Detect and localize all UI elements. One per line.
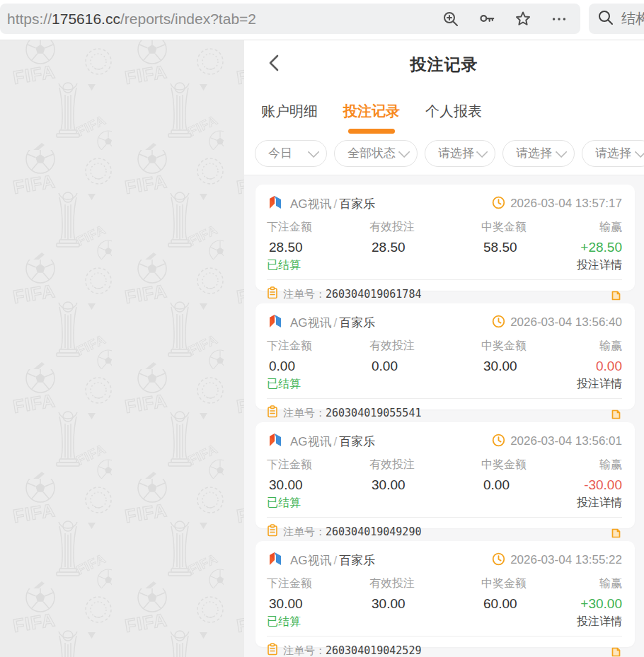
col-label-profit: 输赢: [580, 576, 622, 591]
provider-logo-icon: [267, 431, 284, 451]
filter-bar: 今日 全部状态 请选择 请选择 请选择: [244, 137, 644, 175]
bookmark-star-icon[interactable]: [514, 11, 531, 28]
col-label-win: 中奖金额: [481, 458, 584, 472]
bet-amount: 0.00: [267, 359, 369, 374]
page-title: 投注记录: [410, 54, 478, 76]
win-amount: 30.00: [481, 359, 596, 374]
filter-select-dropdown-2[interactable]: 请选择: [502, 140, 575, 167]
game-name: AG视讯/百家乐: [290, 196, 375, 212]
bet-detail-link[interactable]: 投注详情: [577, 258, 622, 273]
win-amount: 58.50: [481, 240, 580, 255]
col-label-valid: 有效投注: [369, 576, 481, 591]
bet-record-card: AG视讯/百家乐 2026-03-04 13:56:01 下注金额 有效投注 中…: [255, 422, 635, 528]
back-button[interactable]: [261, 50, 287, 76]
bet-detail-link[interactable]: 投注详情: [577, 496, 622, 511]
order-number: 260304019042529: [326, 644, 421, 657]
bet-amount: 30.00: [267, 477, 369, 493]
bet-record-card: AG视讯/百家乐 2026-03-04 13:55:22 下注金额 有效投注 中…: [255, 541, 635, 647]
col-label-bet: 下注金额: [267, 576, 369, 591]
status-settled-badge: 已结算: [267, 377, 301, 392]
bet-amount: 28.50: [267, 240, 369, 255]
copy-icon[interactable]: [610, 288, 622, 301]
col-label-valid: 有效投注: [369, 220, 481, 235]
valid-bet-amount: 0.00: [369, 359, 481, 374]
tab-bar: 账户明细 投注记录 个人报表: [244, 88, 644, 137]
more-menu-icon[interactable]: [551, 11, 568, 28]
bet-time: 2026-03-04 13:55:22: [510, 553, 622, 567]
order-clipboard-icon: [267, 524, 278, 540]
bet-time: 2026-03-04 13:56:01: [510, 434, 622, 448]
order-number-label: 注单号：: [283, 644, 326, 657]
valid-bet-amount: 30.00: [369, 477, 481, 493]
tab-account-detail[interactable]: 账户明细: [261, 89, 318, 136]
order-clipboard-icon: [267, 286, 278, 302]
profit-amount: +30.00: [580, 596, 622, 612]
filter-date-dropdown[interactable]: 今日: [255, 140, 327, 167]
status-settled-badge: 已结算: [267, 258, 301, 273]
record-list: AG视讯/百家乐 2026-03-04 13:57:17 下注金额 有效投注 中…: [244, 175, 644, 657]
status-settled-badge: 已结算: [267, 496, 301, 511]
game-name: AG视讯/百家乐: [290, 434, 375, 450]
browser-toolbar: https://175616.cc/reports/index?tab=2: [0, 0, 644, 40]
col-label-valid: 有效投注: [369, 458, 481, 472]
search-icon: [597, 9, 614, 29]
col-label-valid: 有效投注: [369, 339, 481, 354]
clock-icon: [492, 315, 505, 331]
url-bar[interactable]: https://175616.cc/reports/index?tab=2: [0, 4, 580, 34]
filter-status-dropdown[interactable]: 全部状态: [334, 140, 418, 167]
bet-time: 2026-03-04 13:57:17: [510, 197, 622, 211]
filter-select-dropdown-1[interactable]: 请选择: [425, 140, 495, 167]
copy-icon[interactable]: [610, 644, 622, 657]
copy-icon[interactable]: [610, 525, 622, 539]
provider-logo-icon: [267, 313, 284, 332]
tab-betting-records[interactable]: 投注记录: [343, 89, 400, 136]
valid-bet-amount: 28.50: [369, 240, 481, 255]
bet-record-card: AG视讯/百家乐 2026-03-04 13:57:17 下注金额 有效投注 中…: [255, 185, 635, 291]
game-name: AG视讯/百家乐: [290, 552, 375, 569]
order-number: 260304019055541: [326, 407, 421, 419]
copy-icon[interactable]: [610, 407, 622, 420]
profit-amount: -30.00: [584, 477, 622, 493]
col-label-profit: 输赢: [584, 458, 622, 472]
order-clipboard-icon: [267, 405, 278, 421]
chevron-down-icon: [556, 146, 568, 158]
search-query-text: 结构: [621, 9, 644, 28]
col-label-win: 中奖金额: [481, 220, 580, 235]
win-amount: 60.00: [481, 596, 580, 612]
col-label-win: 中奖金额: [481, 576, 580, 591]
url-text: https://175616.cc/reports/index?tab=2: [7, 11, 434, 28]
betting-records-panel: 投注记录 账户明细 投注记录 个人报表 今日 全部状态 请选择 请选择 请选择: [244, 40, 644, 657]
zoom-in-icon[interactable]: [442, 11, 459, 28]
browser-search-box[interactable]: 结构: [589, 4, 644, 34]
profit-amount: +28.50: [580, 240, 622, 255]
profit-amount: 0.00: [596, 359, 622, 374]
tab-personal-report[interactable]: 个人报表: [425, 89, 482, 136]
order-number: 260304019049290: [326, 525, 421, 538]
clock-icon: [492, 434, 505, 450]
col-label-bet: 下注金额: [267, 458, 369, 472]
status-settled-badge: 已结算: [267, 615, 301, 629]
col-label-profit: 输赢: [580, 220, 622, 235]
filter-select-dropdown-3[interactable]: 请选择: [582, 140, 644, 167]
bet-detail-link[interactable]: 投注详情: [577, 615, 622, 629]
chevron-down-icon: [635, 146, 644, 158]
col-label-bet: 下注金额: [267, 339, 369, 354]
bet-amount: 30.00: [267, 596, 369, 612]
game-name: AG视讯/百家乐: [290, 315, 375, 331]
order-number-label: 注单号：: [283, 407, 326, 420]
col-label-win: 中奖金额: [481, 339, 596, 354]
bet-detail-link[interactable]: 投注详情: [577, 377, 622, 392]
chevron-down-icon: [476, 146, 488, 158]
bet-record-card: AG视讯/百家乐 2026-03-04 13:56:40 下注金额 有效投注 中…: [255, 303, 635, 409]
col-label-bet: 下注金额: [267, 220, 369, 235]
fifa-watermark-background: FIFA: [0, 40, 244, 657]
bet-time: 2026-03-04 13:56:40: [510, 315, 622, 330]
chevron-down-icon: [308, 146, 320, 158]
password-key-icon[interactable]: [478, 11, 495, 28]
chevron-down-icon: [398, 146, 410, 158]
col-label-profit: 输赢: [596, 339, 622, 354]
page-header: 投注记录: [244, 40, 644, 88]
win-amount: 0.00: [481, 477, 584, 493]
clock-icon: [492, 552, 505, 569]
order-number-label: 注单号：: [283, 525, 326, 539]
